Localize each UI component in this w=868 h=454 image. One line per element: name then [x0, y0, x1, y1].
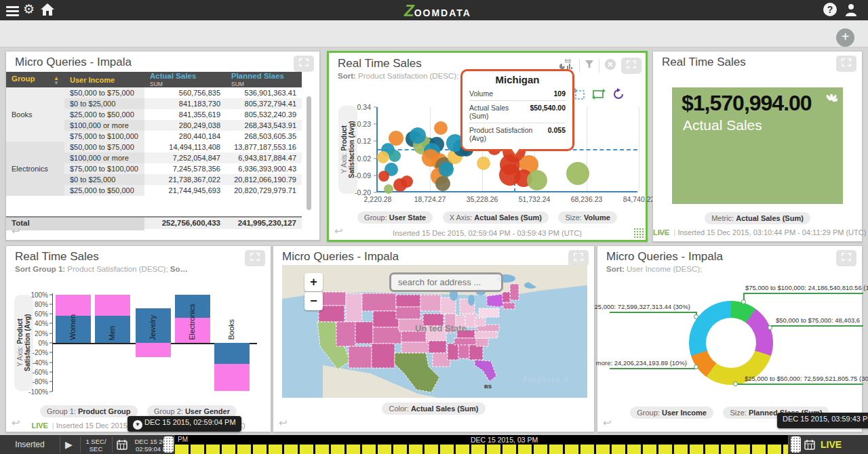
scatter-bubble[interactable] [384, 184, 393, 194]
maximize-icon[interactable] [245, 250, 265, 266]
group-pill[interactable]: Group: User Income [630, 407, 713, 419]
calendar-icon[interactable] [804, 439, 815, 454]
bar-segment[interactable] [214, 343, 250, 364]
panel-title: Real Time Sales [15, 250, 99, 264]
sort-icons[interactable]: ▲▼ [54, 76, 59, 85]
data-point-tooltip: Michigan Volume109Actual Sales (Sum)$50,… [460, 69, 574, 151]
filter-icon[interactable] [585, 60, 594, 72]
x-axis-pill[interactable]: X Axis: Actual Sales (Sum) [443, 211, 549, 224]
x-axis-tick: 68,236.23 [571, 195, 603, 203]
chevron-down-icon[interactable]: ▼ [133, 420, 142, 430]
calendar-icon[interactable] [117, 439, 127, 454]
bar-segment[interactable] [136, 343, 171, 357]
bar-chart[interactable]: 100%80%60%40%20%0%-20%-40%-60%-80%-100%W… [52, 293, 257, 392]
undo-icon[interactable]: ↩ [279, 417, 288, 429]
scatter-bubble[interactable] [389, 150, 401, 162]
panel-kpi: Real Time Sales $1,570,994.00 Actual Sal… [652, 51, 863, 242]
data-table[interactable]: Group ▲▼ User Income Actual SalesSUM Pla… [6, 72, 313, 216]
time-tooltip-right[interactable]: DEC 15 2015, 03:59:43 PM ▼ [777, 413, 868, 428]
donut-chart[interactable] [689, 301, 773, 385]
maximize-icon[interactable] [294, 56, 314, 72]
svg-text:BS: BS [484, 384, 492, 390]
panel-footer: Inserted 15 Dec 2015, 02:59:04 PM - 03:5… [329, 229, 646, 237]
undo-icon[interactable]: ↩ [12, 417, 20, 429]
sort-line: Sort Group 1: Product Satisfaction (DESC… [15, 265, 188, 273]
group-pill[interactable]: Group: User State [357, 211, 433, 224]
live-badge: LIVE [31, 421, 47, 430]
scatter-bubble[interactable] [378, 171, 389, 182]
scatter-bubble[interactable] [439, 162, 454, 177]
close-icon[interactable] [604, 58, 616, 73]
scatter-bubble[interactable] [434, 121, 448, 135]
group1-pill[interactable]: Group 1: Product Group [40, 405, 137, 417]
table-total-row: Total 252,756,600,433 241,995,230,127 [6, 216, 302, 229]
color-pill[interactable]: Color: Actual Sales (Sum) [382, 403, 485, 415]
map-canvas[interactable]: Un ted State. Sargasso S BS + − [282, 265, 587, 398]
tooltip-title: Michigan [469, 74, 566, 85]
refresh-icon[interactable] [612, 88, 625, 103]
zoom-out-button[interactable]: − [304, 292, 323, 310]
user-icon[interactable] [844, 3, 858, 19]
y-axis-tick: -20% [33, 349, 48, 356]
live-button[interactable]: LIVE [821, 435, 861, 454]
pan-icon[interactable] [592, 89, 606, 102]
kpi-box[interactable]: $1,570,994.00 Actual Sales [672, 87, 843, 204]
table-row[interactable]: Electronics$50,000 to $75,00014,494,113,… [6, 142, 302, 152]
undo-icon[interactable]: ↩ [603, 417, 612, 429]
svg-text:Sargasso S: Sargasso S [523, 375, 569, 383]
zoom-select-icon[interactable] [573, 88, 585, 103]
column-header-actual[interactable]: Actual SalesSUM [144, 72, 226, 87]
x-axis-tick: 51,732.24 [519, 195, 551, 203]
bar-segment[interactable] [95, 295, 130, 316]
column-header-planned[interactable]: Planned SlaesSUM [226, 72, 302, 87]
scatter-bubble[interactable] [477, 157, 490, 170]
scatter-bubble[interactable] [527, 170, 547, 190]
table-scrollbar[interactable] [307, 96, 311, 210]
timeline-ticks[interactable] [175, 445, 788, 454]
undo-icon[interactable]: ↩ [658, 226, 667, 239]
donut-segment-label: 25,000: 72,599,327,313.44 (30%) [594, 303, 690, 310]
scatter-bubble[interactable] [566, 162, 589, 185]
panel-title: Micro Queries - Impala [15, 56, 132, 69]
maximize-icon[interactable] [836, 250, 856, 266]
gear-icon[interactable]: ⚙ [23, 1, 35, 17]
maximize-icon[interactable] [568, 250, 589, 266]
play-button[interactable]: ▶ [65, 435, 80, 454]
panel-footer: LIVE| Inserted 15 Dec 2015, 03:10:44 PM … [653, 228, 862, 236]
timeline-right-handle[interactable] [791, 436, 801, 453]
bar-segment[interactable] [56, 295, 91, 316]
bar-segment[interactable] [214, 364, 250, 392]
undo-icon[interactable]: ↩ [334, 225, 343, 237]
home-icon[interactable] [41, 3, 54, 18]
timeline-left-handle[interactable] [163, 436, 174, 453]
table-row[interactable]: Books$50,000 to $75,000560,756,835536,90… [6, 87, 302, 98]
timeline-bar: Inserted ▶ 1 SEC/SEC DEC 15 201502:59:04… [0, 435, 868, 454]
maximize-icon[interactable] [836, 56, 856, 72]
column-header-group[interactable]: Group ▲▼ [6, 72, 64, 87]
add-widget-button[interactable]: + [836, 28, 854, 47]
maximize-icon[interactable] [621, 58, 642, 74]
timeline-mode-label[interactable]: Inserted [0, 435, 60, 454]
panel-title: Real Time Sales [338, 57, 422, 70]
playback-rate[interactable]: 1 SEC/SEC [80, 435, 112, 454]
timeline-strip[interactable]: PM DEC 15 2015, 03 PM [175, 435, 788, 454]
help-icon[interactable]: ? [823, 3, 837, 16]
menu-icon[interactable] [6, 4, 19, 18]
undo-icon[interactable]: ↩ [12, 225, 20, 237]
panel-bars: Real Time Sales Sort Group 1: Product Sa… [5, 245, 271, 432]
map-search-input[interactable] [389, 272, 503, 292]
metric-pill[interactable]: Metric: Actual Sales (Sum) [705, 212, 810, 224]
pill-row: Metric: Actual Sales (Sum) [653, 211, 862, 224]
size-pill[interactable]: Size: Volume [558, 211, 616, 224]
scatter-bubble[interactable] [435, 176, 450, 191]
scatter-bubble[interactable] [410, 127, 426, 144]
tooltip-row: Product Satisfaction (Avg)0.055 [469, 123, 566, 145]
sort-line: Sort: Product Satisfaction (DESC); Li [338, 72, 468, 80]
zoom-in-button[interactable]: + [304, 273, 323, 291]
scatter-bubble[interactable] [401, 176, 413, 188]
time-tooltip-left[interactable]: ▼ DEC 15 2015, 02:59:04 PM [127, 416, 241, 432]
resize-handle[interactable] [633, 228, 644, 239]
scatter-bubble[interactable] [377, 151, 389, 163]
donut-label-line [735, 384, 863, 385]
column-header-income[interactable]: User Income [64, 72, 144, 87]
